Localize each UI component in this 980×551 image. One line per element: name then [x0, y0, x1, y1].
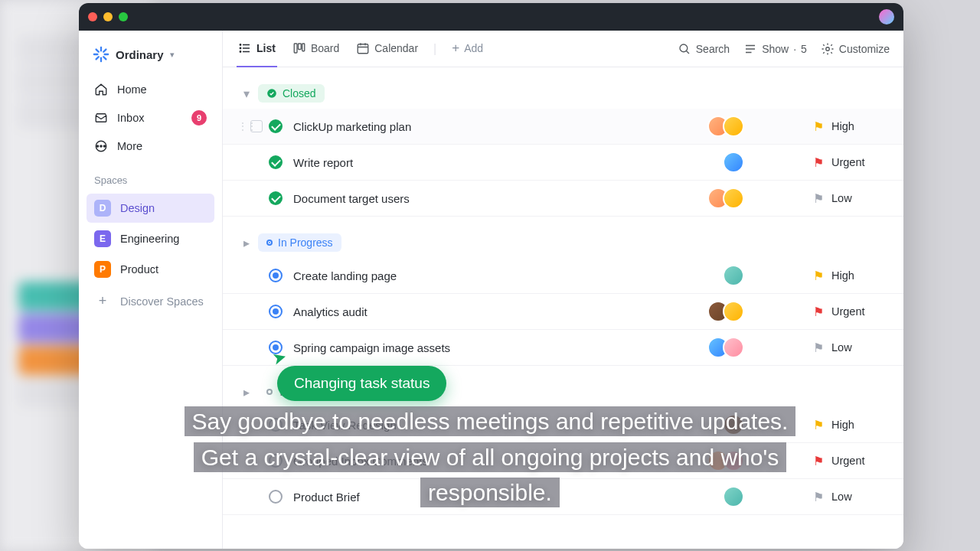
- priority[interactable]: ⚑Urgent: [813, 305, 882, 319]
- task-title[interactable]: Analytics audit: [293, 305, 707, 318]
- search-button[interactable]: Search: [678, 42, 730, 56]
- task-row[interactable]: Create landing page ⚑High: [223, 258, 903, 294]
- group-in-progress[interactable]: ▸ In Progress: [223, 224, 903, 258]
- space-engineering[interactable]: E Engineering: [87, 224, 214, 253]
- instruction-tooltip: Changing task status: [277, 366, 446, 401]
- assignees[interactable]: [707, 116, 744, 137]
- status-done-icon[interactable]: [269, 119, 283, 133]
- flag-icon: ⚑: [813, 269, 824, 283]
- space-engineering-label: Engineering: [120, 233, 179, 245]
- workspace-switcher[interactable]: Ordinary ▾: [87, 41, 214, 67]
- priority[interactable]: ⚑High: [813, 269, 882, 283]
- nav-more-label: More: [117, 140, 142, 152]
- check-circle-icon: [266, 88, 277, 99]
- logo-icon: [93, 46, 109, 63]
- assignees[interactable]: [707, 187, 744, 209]
- window-controls[interactable]: [88, 12, 128, 21]
- list-icon: [238, 41, 252, 55]
- space-icon-engineering: E: [94, 230, 111, 247]
- workspace-name: Ordinary: [116, 48, 164, 61]
- svg-point-17: [240, 51, 241, 52]
- nav-inbox[interactable]: Inbox 9: [87, 104, 214, 132]
- view-board[interactable]: Board: [291, 31, 341, 67]
- assignees[interactable]: [707, 337, 744, 358]
- group-closed[interactable]: ▾ Closed: [223, 75, 903, 109]
- chevron-right-icon[interactable]: ▸: [241, 236, 252, 250]
- svg-point-30: [826, 47, 830, 51]
- task-row[interactable]: Write report ⚑Urgent: [223, 145, 903, 181]
- priority[interactable]: ⚑High: [813, 119, 882, 134]
- show-button[interactable]: Show · 5: [743, 42, 807, 56]
- search-icon: [678, 42, 691, 56]
- space-icon-product: P: [94, 261, 111, 278]
- task-title[interactable]: Spring campaign image assets: [293, 341, 707, 354]
- task-row[interactable]: Analytics audit ⚑Urgent: [223, 294, 903, 330]
- chevron-right-icon[interactable]: ▸: [241, 385, 252, 399]
- status-done-icon[interactable]: [269, 191, 283, 205]
- gear-icon: [821, 42, 835, 56]
- svg-line-7: [103, 50, 106, 52]
- nav-home-label: Home: [117, 83, 147, 96]
- view-calendar[interactable]: Calendar: [354, 31, 420, 67]
- show-label: Show: [762, 43, 789, 55]
- priority[interactable]: ⚑Low: [813, 341, 882, 355]
- chevron-down-icon[interactable]: ▾: [241, 86, 252, 101]
- checkbox[interactable]: [250, 120, 263, 132]
- svg-rect-19: [298, 44, 301, 50]
- calendar-icon: [356, 41, 370, 55]
- more-icon: [94, 139, 108, 153]
- assignees[interactable]: [707, 301, 744, 322]
- space-product-label: Product: [120, 263, 158, 276]
- flag-icon: ⚑: [813, 191, 824, 206]
- task-title[interactable]: ClickUp marketing plan: [293, 120, 707, 133]
- svg-point-8: [96, 145, 98, 147]
- space-icon-design: D: [94, 200, 111, 217]
- view-list[interactable]: List: [237, 31, 277, 67]
- avatar[interactable]: [879, 9, 894, 24]
- task-title[interactable]: Create landing page: [293, 269, 723, 282]
- priority[interactable]: ⚑Urgent: [813, 454, 882, 468]
- svg-point-10: [103, 145, 105, 147]
- nav-inbox-label: Inbox: [117, 112, 144, 124]
- svg-rect-20: [302, 44, 305, 51]
- priority[interactable]: ⚑Low: [813, 191, 882, 206]
- close-icon[interactable]: [88, 12, 97, 21]
- space-design[interactable]: D Design: [87, 194, 214, 223]
- nav-more[interactable]: More: [87, 133, 214, 159]
- priority[interactable]: ⚑Low: [813, 490, 882, 504]
- assignees[interactable]: [723, 152, 744, 173]
- group-in-progress-label: In Progress: [278, 236, 333, 249]
- plus-icon: +: [452, 41, 459, 56]
- flag-icon: ⚑: [813, 155, 824, 170]
- assignees[interactable]: [723, 265, 744, 286]
- view-add[interactable]: + Add: [450, 31, 485, 68]
- priority[interactable]: ⚑High: [813, 418, 882, 432]
- task-title[interactable]: Write report: [293, 156, 723, 169]
- svg-line-26: [686, 51, 689, 54]
- task-title[interactable]: Document target users: [293, 192, 707, 205]
- priority[interactable]: ⚑Urgent: [813, 155, 882, 170]
- task-row[interactable]: Document target users ⚑Low: [223, 181, 903, 217]
- task-row[interactable]: ⋮⋮ ClickUp marketing plan ⚑High: [223, 109, 903, 145]
- discover-spaces[interactable]: + Discover Spaces: [87, 285, 214, 317]
- flag-icon: ⚑: [813, 490, 824, 504]
- video-caption: Say goodbye to needless meetings and rep…: [168, 404, 812, 511]
- nav-home[interactable]: Home: [87, 77, 214, 103]
- status-in-progress-icon[interactable]: [269, 269, 283, 282]
- space-product[interactable]: P Product: [87, 255, 214, 284]
- spaces-heading: Spaces: [87, 161, 214, 192]
- status-done-icon[interactable]: [269, 155, 283, 169]
- flag-icon: ⚑: [813, 418, 824, 432]
- svg-point-15: [240, 44, 241, 45]
- view-add-label: Add: [464, 42, 483, 54]
- chevron-down-icon: ▾: [170, 50, 175, 60]
- drag-handle-icon[interactable]: ⋮⋮: [238, 121, 249, 132]
- customize-label: Customize: [839, 43, 890, 55]
- task-row[interactable]: Spring campaign image assets ⚑Low: [223, 330, 903, 366]
- svg-point-25: [680, 44, 688, 52]
- status-in-progress-icon[interactable]: [269, 305, 283, 318]
- maximize-icon[interactable]: [119, 12, 128, 21]
- view-list-label: List: [256, 42, 276, 54]
- customize-button[interactable]: Customize: [821, 42, 890, 56]
- minimize-icon[interactable]: [103, 12, 113, 21]
